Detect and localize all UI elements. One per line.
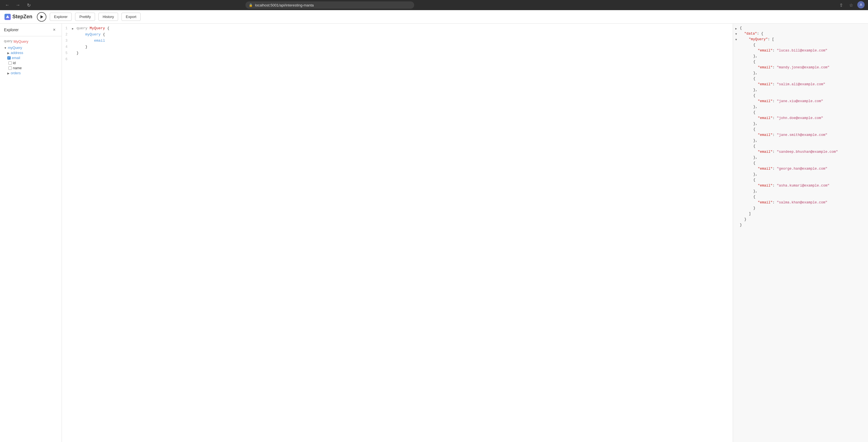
result-arrow-email-close-5 (733, 139, 740, 140)
brace-close-2: } (76, 51, 79, 55)
result-arrow-email-open-2 (733, 77, 740, 78)
result-email-value-6: "email": "sandeep.bhushan@example.com" (733, 150, 868, 155)
result-arrow-close-arr (733, 212, 740, 213)
myquery-field: myQuery (85, 32, 101, 36)
result-email-close-3: }, (733, 105, 868, 110)
sidebar-title: Explorer (4, 28, 19, 32)
line-arrow-3 (72, 38, 76, 39)
result-data-close: } (740, 217, 868, 222)
run-button[interactable] (37, 12, 46, 22)
avatar: A (857, 1, 865, 8)
email-field-code: email (94, 38, 105, 43)
result-email-close-9: } (733, 206, 868, 212)
browser-chrome: ← → ↻ 🔒 localhost:5001/api/interesting-m… (0, 0, 868, 10)
result-email-content-9: "email": "salma.khan@example.com" (740, 201, 868, 205)
forward-button[interactable]: → (14, 1, 22, 9)
result-line-data-close: } (733, 217, 868, 223)
content-area: Explorer × query MyQuery ▼ myQuery ▶ add… (0, 24, 868, 442)
sidebar-item-myquery[interactable]: ▼ myQuery (4, 45, 58, 50)
back-button[interactable]: ← (3, 1, 11, 9)
result-email-close-1: }, (733, 71, 868, 77)
result-email-brace-close-9: } (740, 206, 868, 210)
result-email-content-8: "email": "asha.kumari@example.com" (740, 184, 868, 188)
result-line-root-open: ▶ { (733, 26, 868, 31)
email-checkbox[interactable] (7, 56, 11, 60)
result-line-root-close: } (733, 223, 868, 229)
result-arrow-email-open-5 (733, 127, 740, 128)
result-email-content-2: "email": "salim.ali@example.com" (740, 83, 868, 86)
arrow-icon: ▶ (7, 72, 9, 75)
code-line-1: 1 ▶ query MyQuery { (62, 26, 733, 32)
result-email-brace-close-7: }, (740, 173, 868, 176)
name-label: name (13, 66, 22, 70)
result-myquery-key: "myQuery": [ (740, 37, 868, 41)
result-email-brace-open-0: { (740, 43, 868, 47)
line-number-3: 3 (62, 38, 72, 43)
result-email-content-6: "email": "sandeep.bhushan@example.com" (740, 150, 868, 154)
code-line-6: 6 (62, 57, 733, 63)
result-email-brace-close-0: }, (740, 54, 868, 58)
lock-icon: 🔒 (249, 3, 253, 7)
line-number-6: 6 (62, 57, 72, 61)
sidebar-item-email[interactable]: email (7, 55, 58, 60)
code-line-5: 5 } (62, 51, 733, 57)
result-email-close-4: }, (733, 122, 868, 127)
url-text: localhost:5001/api/interesting-manta (255, 3, 314, 7)
result-arrow-email-6 (733, 150, 740, 151)
share-button[interactable]: ⇧ (837, 1, 845, 9)
line-content-3: email (76, 38, 733, 43)
line-arrow-6 (72, 57, 76, 58)
result-email-brace-open-8: { (740, 178, 868, 182)
id-checkbox[interactable] (8, 61, 12, 65)
result-email-brace-close-2: }, (740, 88, 868, 92)
result-arrow-email-close-6 (733, 155, 740, 156)
result-email-value-4: "email": "john.doe@example.com" (733, 116, 868, 122)
result-arrow-email-close-7 (733, 173, 740, 173)
result-arrow-email-close-1 (733, 71, 740, 72)
line-content-6 (76, 57, 733, 61)
result-email-close-8: }, (733, 189, 868, 195)
orders-label: orders (11, 71, 21, 75)
result-root-brace: { (740, 26, 868, 30)
result-email-brace-close-5: }, (740, 139, 868, 143)
result-email-brace-open-6: { (740, 144, 868, 148)
export-button[interactable]: Export (121, 13, 141, 21)
result-arrow-close-root (733, 223, 740, 224)
result-arrow-email-4 (733, 116, 740, 117)
result-email-brace-close-3: }, (740, 105, 868, 109)
result-arrow-email-open-6 (733, 144, 740, 145)
name-checkbox[interactable] (8, 66, 12, 70)
myquery-label: myQuery (8, 46, 22, 50)
result-line-myquery: ▼ "myQuery": [ (733, 37, 868, 43)
result-email-open-1: { (733, 60, 868, 65)
result-email-brace-open-3: { (740, 94, 868, 98)
bookmark-button[interactable]: ☆ (847, 1, 855, 9)
result-email-brace-open-1: { (740, 60, 868, 64)
result-email-open-7: { (733, 161, 868, 167)
line-content-5: } (76, 51, 733, 55)
email-label: email (12, 56, 20, 60)
result-arrow-email-2 (733, 83, 740, 83)
sidebar-item-address[interactable]: ▶ address (7, 50, 58, 55)
result-arrow-email-open-0 (733, 43, 740, 44)
sidebar-item-orders[interactable]: ▶ orders (7, 70, 58, 76)
result-email-brace-close-8: }, (740, 189, 868, 193)
result-email-content-7: "email": "george.han@example.com" (740, 167, 868, 171)
editor-panel[interactable]: 1 ▶ query MyQuery { 2 myQuery { 3 (62, 24, 733, 442)
result-data-key: "data": { (740, 32, 868, 36)
result-arrow-email-open-8 (733, 178, 740, 179)
sidebar-item-name[interactable]: name (8, 65, 58, 70)
result-arrow-1: ▶ (733, 26, 740, 30)
app-container: StepZen Explorer Prettify History Export… (0, 10, 868, 442)
history-button[interactable]: History (98, 13, 118, 21)
result-arrow-email-open-1 (733, 60, 740, 61)
sidebar-item-id[interactable]: id (8, 60, 58, 65)
result-arrow-2: ▼ (733, 32, 740, 36)
reload-button[interactable]: ↻ (25, 1, 33, 9)
explorer-button[interactable]: Explorer (50, 13, 72, 21)
result-arrow-email-9 (733, 201, 740, 202)
result-root-close: } (740, 223, 868, 227)
sidebar-close-button[interactable]: × (51, 26, 58, 33)
result-array-close: ] (740, 212, 868, 216)
prettify-button[interactable]: Prettify (75, 13, 95, 21)
